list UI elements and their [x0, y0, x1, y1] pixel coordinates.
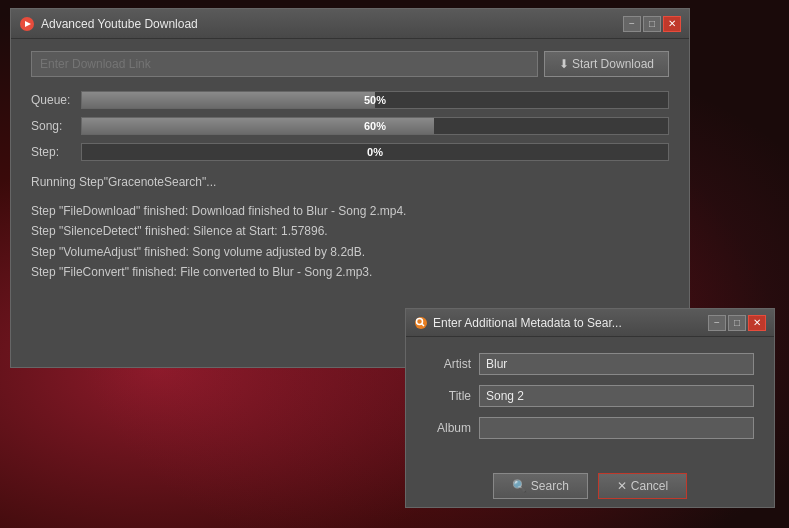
- close-button[interactable]: ✕: [663, 16, 681, 32]
- song-progress-bar: 60%: [81, 117, 669, 135]
- cancel-button-label: Cancel: [631, 479, 668, 493]
- artist-input[interactable]: [479, 353, 754, 375]
- search-icon: 🔍: [512, 479, 527, 493]
- log-line-2: Step "SilenceDetect" finished: Silence a…: [31, 221, 669, 241]
- dialog-content: Artist Title Album: [406, 337, 774, 465]
- album-input[interactable]: [479, 417, 754, 439]
- queue-label: Queue:: [31, 93, 71, 107]
- dialog-close-button[interactable]: ✕: [748, 315, 766, 331]
- dialog-titlebar: Enter Additional Metadata to Sear... − □…: [406, 309, 774, 337]
- main-titlebar: Advanced Youtube Download − □ ✕: [11, 9, 689, 39]
- queue-progress-bar: 50%: [81, 91, 669, 109]
- dialog-window: Enter Additional Metadata to Sear... − □…: [405, 308, 775, 508]
- cancel-icon: ✕: [617, 479, 627, 493]
- album-field-row: Album: [426, 417, 754, 439]
- album-label: Album: [426, 421, 471, 435]
- title-input[interactable]: [479, 385, 754, 407]
- log-line-3: Step "VolumeAdjust" finished: Song volum…: [31, 242, 669, 262]
- title-field-row: Title: [426, 385, 754, 407]
- step-label: Step:: [31, 145, 71, 159]
- cancel-button[interactable]: ✕ Cancel: [598, 473, 687, 499]
- queue-progress-row: Queue: 50%: [31, 91, 669, 109]
- dialog-buttons: 🔍 Search ✕ Cancel: [406, 465, 774, 507]
- start-download-button[interactable]: ⬇ Start Download: [544, 51, 669, 77]
- main-window-title: Advanced Youtube Download: [41, 17, 198, 31]
- song-progress-text: 60%: [364, 120, 386, 132]
- search-button-label: Search: [531, 479, 569, 493]
- url-row: ⬇ Start Download: [31, 51, 669, 77]
- dialog-minimize-button[interactable]: −: [708, 315, 726, 331]
- maximize-button[interactable]: □: [643, 16, 661, 32]
- song-label: Song:: [31, 119, 71, 133]
- url-input[interactable]: [31, 51, 538, 77]
- dialog-controls: − □ ✕: [708, 315, 766, 331]
- minimize-button[interactable]: −: [623, 16, 641, 32]
- step-progress-row: Step: 0%: [31, 143, 669, 161]
- log-area: Step "FileDownload" finished: Download f…: [31, 201, 669, 283]
- dialog-title: Enter Additional Metadata to Sear...: [433, 316, 622, 330]
- step-progress-bar: 0%: [81, 143, 669, 161]
- song-progress-row: Song: 60%: [31, 117, 669, 135]
- dialog-app-icon: [414, 316, 428, 330]
- queue-progress-text: 50%: [364, 94, 386, 106]
- log-line-1: Step "FileDownload" finished: Download f…: [31, 201, 669, 221]
- queue-progress-fill: [82, 92, 375, 108]
- artist-field-row: Artist: [426, 353, 754, 375]
- search-button[interactable]: 🔍 Search: [493, 473, 588, 499]
- title-label: Title: [426, 389, 471, 403]
- step-progress-text: 0%: [367, 146, 383, 158]
- titlebar-left: Advanced Youtube Download: [19, 16, 198, 32]
- progress-section: Queue: 50% Song: 60% Step: 0%: [31, 91, 669, 161]
- status-text: Running Step"GracenoteSearch"...: [31, 175, 669, 189]
- app-icon: [19, 16, 35, 32]
- log-line-4: Step "FileConvert" finished: File conver…: [31, 262, 669, 282]
- dialog-maximize-button[interactable]: □: [728, 315, 746, 331]
- artist-label: Artist: [426, 357, 471, 371]
- titlebar-controls: − □ ✕: [623, 16, 681, 32]
- dialog-titlebar-left: Enter Additional Metadata to Sear...: [414, 316, 622, 330]
